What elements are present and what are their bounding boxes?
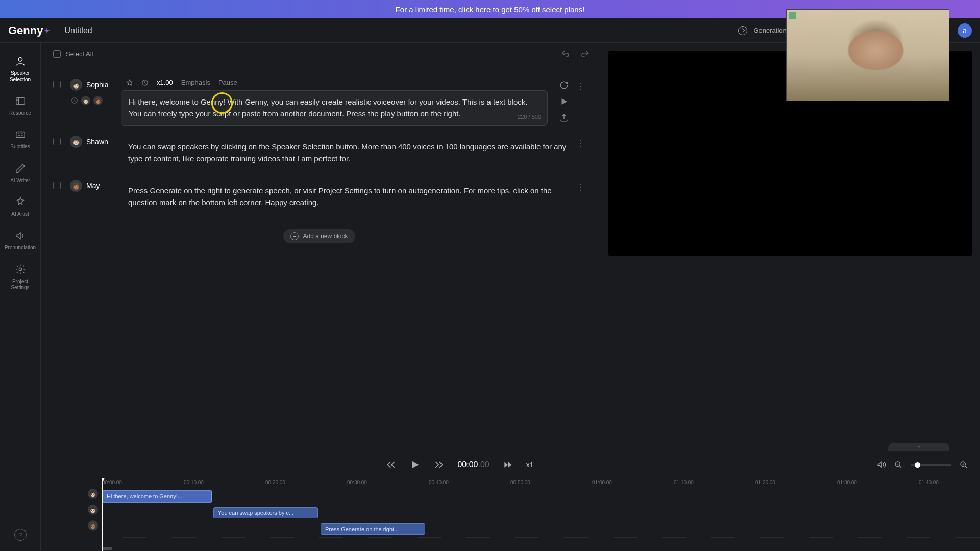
select-all-checkbox[interactable]: [53, 50, 61, 58]
subtitles-icon: [14, 129, 27, 141]
fast-forward-icon[interactable]: [503, 460, 513, 470]
block-checkbox[interactable]: [53, 81, 61, 88]
skip-back-icon[interactable]: [386, 460, 396, 470]
block-toolbar: x1.00 Emphasis Pause: [121, 79, 548, 86]
timeline-scrollbar[interactable]: [102, 547, 112, 550]
text-block: 👨🏻 Shawn You can swap speakers by clicki…: [53, 131, 585, 175]
block-text-input[interactable]: Press Generate on the right to generate …: [121, 180, 575, 214]
sidebar-item-ai-artist[interactable]: AI Artist: [4, 196, 37, 217]
timeline-clip[interactable]: Press Generate on the right...: [321, 523, 425, 535]
speaker-column: 👩🏽 May: [70, 180, 121, 192]
ai-artist-icon: [14, 196, 27, 208]
speaker-extras: 👨🏻 👩🏽: [71, 96, 121, 105]
ruler-tick: 01:00.00: [592, 480, 612, 485]
speaker-selector[interactable]: 👨🏻 Shawn: [70, 136, 121, 148]
select-all[interactable]: Select All: [53, 50, 93, 58]
sidebar: Speaker Selection Resource Subtitles AI …: [0, 43, 41, 551]
timeline-ruler[interactable]: 00:00.0000:10.0000:20.0000:30.0000:40.00…: [102, 478, 980, 489]
ruler-tick: 00:30.00: [347, 480, 367, 485]
editor-header: Select All: [41, 43, 602, 65]
ai-writer-icon: [14, 162, 27, 174]
speaker-selector[interactable]: 👩🏻 Sophia: [70, 79, 121, 91]
playhead[interactable]: [102, 478, 103, 551]
speed-value[interactable]: x1.00: [157, 79, 173, 86]
user-avatar[interactable]: a: [958, 23, 972, 38]
volume-icon[interactable]: [877, 460, 886, 469]
redo-button[interactable]: [580, 49, 590, 59]
zoom-in-icon[interactable]: [960, 461, 968, 469]
pin-icon[interactable]: [126, 79, 133, 86]
block-text-input[interactable]: Hi there, welcome to Genny! With Genny, …: [121, 90, 548, 126]
block-checkbox[interactable]: [53, 182, 61, 189]
playback-bar: 00:00.00 x1: [41, 452, 980, 478]
text-block: 👩🏽 May Press Generate on the right to ge…: [53, 174, 585, 219]
speaker-name: Sophia: [86, 81, 109, 89]
webcam-overlay: [786, 9, 949, 101]
regenerate-icon[interactable]: [559, 81, 569, 90]
sidebar-item-ai-writer[interactable]: AI Writer: [4, 162, 37, 184]
play-button[interactable]: [409, 459, 421, 470]
track-avatar[interactable]: 👩🏽: [88, 520, 98, 531]
editor-pane: Select All: [41, 43, 602, 452]
promo-text: For a limited time, click here to get 50…: [396, 5, 585, 14]
speaker-selection-icon: [14, 55, 27, 67]
pronunciation-icon: [14, 230, 27, 242]
timeline-clip[interactable]: Hi there, welcome to Genny!...: [102, 491, 212, 502]
speed-icon[interactable]: [141, 79, 149, 86]
block-checkbox[interactable]: [53, 138, 61, 145]
clock-icon: [738, 26, 747, 35]
ruler-tick: 01:20.00: [755, 480, 775, 485]
block-text-input[interactable]: You can swap speakers by clicking on the…: [121, 136, 575, 170]
skip-forward-icon[interactable]: [434, 460, 444, 470]
speaker-avatar: 👩🏽: [70, 180, 82, 192]
track-avatar[interactable]: 👩🏻: [88, 489, 98, 499]
sidebar-item-project-settings[interactable]: Project Settings: [4, 263, 37, 291]
svg-rect-2: [16, 132, 24, 138]
alt-speaker-avatar[interactable]: 👩🏽: [93, 96, 103, 105]
track-avatar[interactable]: 👨🏻: [88, 505, 98, 515]
block-menu-button[interactable]: ⋮: [575, 136, 585, 148]
timeline-clip[interactable]: You can swap speakers by c...: [213, 507, 318, 518]
block-menu-button[interactable]: ⋮: [575, 79, 585, 91]
timeline-track[interactable]: Hi there, welcome to Genny!...: [102, 489, 980, 505]
history-icon[interactable]: [71, 97, 78, 104]
webcam-indicator-icon: [789, 12, 796, 19]
ruler-tick: 01:10.00: [674, 480, 694, 485]
speaker-selector[interactable]: 👩🏽 May: [70, 180, 121, 192]
timeline-body: 👩🏻 👨🏻 👩🏽 00:00.0000:10.0000:20.0000:30.0…: [41, 478, 980, 551]
logo[interactable]: Genny✦: [8, 24, 50, 37]
help-button[interactable]: ?: [14, 529, 27, 541]
speaker-name: May: [86, 182, 100, 190]
playback-speed[interactable]: x1: [526, 461, 534, 469]
block-menu-button[interactable]: ⋮: [575, 180, 585, 192]
svg-rect-1: [16, 98, 24, 105]
svg-point-3: [19, 268, 22, 271]
speaker-avatar: 👩🏻: [70, 79, 82, 91]
alt-speaker-avatar[interactable]: 👨🏻: [81, 96, 90, 105]
play-icon[interactable]: [559, 97, 569, 106]
track-avatar-column: 👩🏻 👨🏻 👩🏽: [41, 478, 102, 551]
collapse-timeline-button[interactable]: [888, 443, 949, 451]
zoom-slider[interactable]: [911, 464, 951, 466]
speaker-avatar: 👨🏻: [70, 136, 82, 148]
zoom-out-icon[interactable]: [894, 461, 902, 469]
ruler-tick: 00:50.00: [510, 480, 530, 485]
project-title[interactable]: Untitled: [64, 26, 92, 35]
export-icon[interactable]: [559, 113, 569, 122]
timeline-tracks[interactable]: 00:00.0000:10.0000:20.0000:30.0000:40.00…: [102, 478, 980, 551]
timeline-track[interactable]: Press Generate on the right...: [102, 521, 980, 538]
sidebar-item-pronunciation[interactable]: Pronunciation: [4, 230, 37, 251]
timeline-track[interactable]: You can swap speakers by c...: [102, 505, 980, 521]
content: Select All: [41, 43, 980, 551]
pause-button[interactable]: Pause: [218, 79, 237, 86]
ruler-tick: 01:30.00: [837, 480, 857, 485]
sidebar-item-speaker-selection[interactable]: Speaker Selection: [4, 55, 37, 83]
ruler-tick: 00:10.00: [184, 480, 204, 485]
sidebar-item-resource[interactable]: Resource: [4, 95, 37, 116]
sidebar-item-subtitles[interactable]: Subtitles: [4, 129, 37, 150]
gear-icon: [14, 263, 27, 276]
undo-button[interactable]: [561, 49, 570, 59]
ruler-tick: 01:40.00: [919, 480, 939, 485]
emphasis-button[interactable]: Emphasis: [181, 79, 210, 86]
add-block-button[interactable]: + Add a new block: [283, 229, 355, 243]
